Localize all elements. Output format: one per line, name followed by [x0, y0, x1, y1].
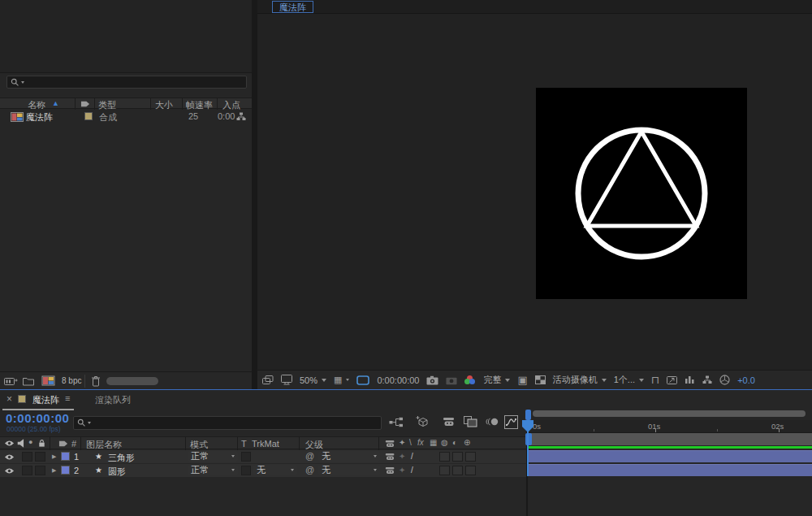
frame-blending-icon[interactable]: [464, 416, 477, 427]
panel-menu-icon[interactable]: ≡: [65, 394, 70, 403]
adjustment-column-icon[interactable]: ◐: [452, 439, 457, 447]
time-ruler[interactable]: 0s 01s 02s: [528, 420, 812, 433]
main-viewer-icon[interactable]: [281, 375, 292, 385]
column-trkmat[interactable]: TrkMat: [252, 439, 279, 449]
layer-label-color[interactable]: [61, 452, 70, 461]
shy-switch-icon[interactable]: [385, 453, 395, 461]
label-column-icon[interactable]: [80, 100, 90, 108]
video-eye-icon[interactable]: [4, 453, 15, 461]
mask-path-visibility-button[interactable]: [356, 375, 369, 385]
project-item-row[interactable]: 魔法阵 合成 25 0:00: [0, 110, 252, 124]
lock-icon[interactable]: [37, 439, 46, 448]
comp-flowchart-button-icon[interactable]: [702, 375, 712, 384]
expand-arrow-icon[interactable]: ▶: [52, 453, 56, 459]
audio-speaker-icon[interactable]: [17, 439, 25, 448]
layer-duration-bar[interactable]: [528, 450, 812, 462]
transparency-grid-icon[interactable]: [535, 375, 546, 384]
item-label-color[interactable]: [84, 112, 93, 120]
grid-guides-options-button[interactable]: ▦: [334, 375, 349, 384]
graph-editor-icon[interactable]: [504, 415, 518, 429]
trkmat-select[interactable]: 无: [253, 465, 297, 475]
reset-exposure-icon[interactable]: [719, 375, 730, 385]
close-tab-icon[interactable]: ×: [6, 394, 12, 404]
expand-arrow-icon[interactable]: ▶: [52, 467, 56, 473]
bpc-button[interactable]: 8 bpc: [62, 376, 81, 385]
audio-switch-box[interactable]: [22, 452, 32, 462]
composition-canvas[interactable]: [536, 88, 747, 299]
quality-switch-icon[interactable]: /: [411, 466, 413, 475]
snapshot-camera-icon[interactable]: [426, 375, 438, 385]
collapse-column-icon[interactable]: ✦: [399, 439, 405, 447]
frame-blend-switch-box[interactable]: [439, 466, 450, 475]
video-eye-icon[interactable]: [4, 440, 15, 447]
exposure-value[interactable]: +0.0: [737, 375, 755, 385]
channels-settings-button[interactable]: [464, 375, 476, 385]
parent-select[interactable]: 无: [318, 451, 380, 462]
comp-mini-flowchart-icon[interactable]: [389, 417, 404, 427]
column-parent[interactable]: 父级: [305, 439, 323, 451]
column-number[interactable]: #: [71, 439, 76, 449]
column-t[interactable]: T: [241, 439, 247, 449]
3d-switch-box[interactable]: [465, 452, 476, 462]
parent-pickwhip-icon[interactable]: @: [305, 452, 314, 461]
trash-icon[interactable]: [91, 375, 101, 387]
shy-column-icon[interactable]: [385, 440, 395, 448]
motion-blur-column-icon[interactable]: ◍: [441, 439, 448, 447]
3d-switch-box[interactable]: [465, 466, 476, 475]
interpret-footage-icon[interactable]: [4, 376, 18, 386]
resolution-select[interactable]: 完整: [483, 374, 510, 386]
horizontal-scrollbar[interactable]: [106, 377, 158, 385]
column-layer-name[interactable]: 图层名称: [86, 439, 122, 451]
frame-blend-switch-box[interactable]: [439, 452, 450, 462]
column-mode[interactable]: 模式: [190, 439, 208, 451]
fast-previews-icon[interactable]: [667, 375, 677, 385]
layer-duration-bar[interactable]: [528, 464, 812, 476]
shy-switch-icon[interactable]: [385, 466, 395, 475]
current-time-display[interactable]: 0:00:00:00: [6, 411, 69, 425]
frame-blend-column-icon[interactable]: ▦: [430, 439, 437, 447]
panel-divider[interactable]: [252, 0, 257, 389]
motion-blur-icon[interactable]: [486, 416, 499, 427]
preserve-transparency-box[interactable]: [241, 466, 251, 475]
comp-viewer-tab[interactable]: 魔法阵: [272, 1, 313, 13]
item-name[interactable]: 魔法阵: [26, 111, 53, 124]
project-columns-header[interactable]: 名称 ▲ 类型 大小 帧速率 入点: [0, 98, 252, 109]
pixel-aspect-ratio-icon[interactable]: ⊓: [651, 375, 659, 385]
timeline-search-input[interactable]: [73, 416, 382, 430]
layer-name[interactable]: 圆形: [108, 466, 126, 478]
layer-row[interactable]: ▶ 1 ★ 三角形 正常 @ 无 ✦ /: [0, 450, 527, 463]
parent-pickwhip-icon[interactable]: @: [305, 466, 314, 475]
time-navigator-bar[interactable]: [533, 410, 806, 417]
audio-switch-box[interactable]: [22, 466, 32, 475]
3d-view-select[interactable]: 活动摄像机: [553, 374, 607, 386]
layer-name[interactable]: 三角形: [108, 452, 135, 464]
viewer-current-time[interactable]: 0:00:00:00: [377, 375, 419, 385]
label-column-icon[interactable]: [58, 440, 68, 448]
timeline-comp-tab[interactable]: 魔法阵: [32, 394, 59, 406]
blend-mode-select[interactable]: 正常: [188, 451, 238, 462]
new-folder-icon[interactable]: [23, 376, 34, 386]
always-preview-icon[interactable]: [262, 375, 274, 385]
collapse-switch-icon[interactable]: ✦: [399, 452, 405, 461]
new-composition-icon[interactable]: [41, 375, 55, 386]
3d-column-icon[interactable]: ⊕: [464, 439, 470, 447]
quality-switch-icon[interactable]: /: [411, 452, 413, 461]
motion-blur-switch-box[interactable]: [452, 452, 463, 462]
fx-column-icon[interactable]: fx: [417, 439, 424, 447]
render-queue-tab[interactable]: 渲染队列: [95, 394, 131, 406]
parent-select[interactable]: 无: [318, 465, 380, 475]
timeline-button-icon[interactable]: [685, 375, 695, 384]
solo-icon[interactable]: ●: [28, 439, 32, 446]
lock-switch-box[interactable]: [35, 452, 45, 462]
layer-row[interactable]: ▶ 2 ★ 圆形 正常 无 @ 无 ✦ /: [0, 464, 527, 477]
lock-switch-box[interactable]: [35, 466, 45, 475]
hide-shy-layers-icon[interactable]: [443, 417, 456, 427]
region-of-interest-icon[interactable]: ▣: [517, 375, 527, 385]
playhead-marker[interactable]: [522, 420, 533, 432]
view-layout-select[interactable]: 1个...: [614, 374, 644, 386]
quality-column-icon[interactable]: \: [409, 439, 412, 447]
show-snapshot-icon[interactable]: [446, 375, 457, 385]
work-area-bar[interactable]: [528, 433, 812, 445]
comp-label-color[interactable]: [18, 395, 26, 403]
project-search-input[interactable]: [6, 76, 247, 89]
